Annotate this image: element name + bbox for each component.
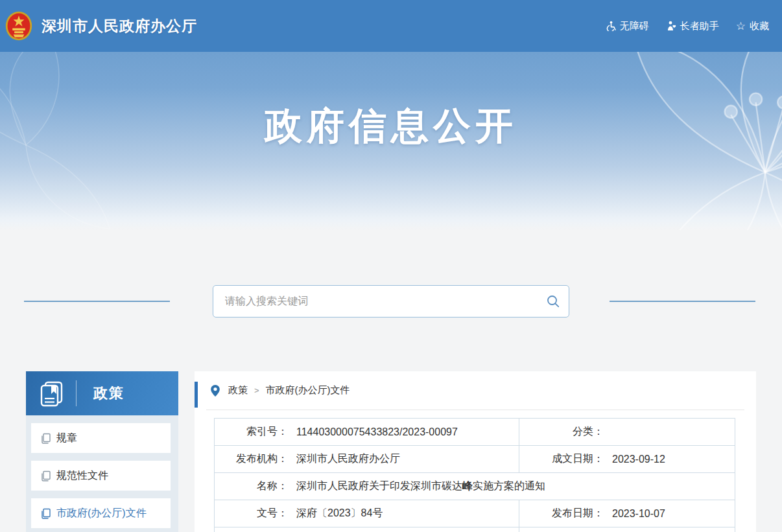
header-links: 无障碍 长者助手 ☆ 收藏 — [606, 20, 769, 32]
favorite-label: 收藏 — [750, 20, 769, 32]
main-content-card: 政策 > 市政府(办公厅)文件 索引号： 114403000075433823/… — [195, 371, 756, 532]
document-name-label: 名称： — [215, 480, 288, 493]
location-pin-icon — [210, 384, 220, 397]
elder-assist-link[interactable]: 长者助手 — [666, 20, 719, 32]
document-icon — [40, 470, 51, 481]
breadcrumb-accent-bar — [195, 382, 198, 408]
search-input[interactable] — [213, 286, 538, 317]
breadcrumb-separator: > — [254, 386, 259, 395]
search-section — [0, 230, 782, 371]
document-icon — [40, 433, 51, 444]
publish-date-value: 2023-10-07 — [612, 508, 665, 520]
search-row — [0, 285, 782, 318]
sidebar-item-regulations[interactable]: 规章 — [31, 423, 171, 453]
decorative-line-left — [24, 301, 170, 302]
search-button[interactable] — [538, 286, 569, 317]
table-row: 发布机构： 深圳市人民政府办公厅 成文日期： 2023-09-12 — [215, 446, 735, 473]
star-icon: ☆ — [736, 21, 746, 32]
breadcrumb-divider — [206, 410, 744, 410]
page-title: 政府信息公开 — [0, 52, 782, 152]
category-label: 分类： — [519, 425, 604, 439]
breadcrumb-root[interactable]: 政策 — [228, 384, 248, 397]
document-name-suffix: 实施方案的通知 — [473, 480, 545, 491]
document-name-value: 深圳市人民政府关于印发深圳市碳达峰实施方案的通知 — [296, 480, 545, 493]
breadcrumb: 政策 > 市政府(办公厅)文件 — [195, 371, 756, 410]
top-banner-area: 深圳市人民政府办公厅 无障碍 长者 — [0, 0, 782, 230]
search-box — [213, 285, 569, 318]
issuing-agency-label: 发布机构： — [215, 452, 288, 466]
index-number-value: 114403000075433823/2023-00097 — [296, 426, 458, 438]
issuing-agency-value: 深圳市人民政府办公厅 — [296, 452, 400, 466]
breadcrumb-current: 市政府(办公厅)文件 — [266, 384, 350, 397]
accessibility-label: 无障碍 — [620, 20, 649, 32]
publish-date-label: 发布日期： — [519, 507, 604, 520]
favorite-link[interactable]: ☆ 收藏 — [736, 20, 769, 32]
sidebar: 政策 规章 规范性文件 — [26, 371, 178, 532]
table-row: 文号： 深府〔2023〕84号 发布日期： 2023-10-07 — [215, 500, 735, 527]
sidebar-item-normative-documents[interactable]: 规范性文件 — [31, 461, 171, 491]
accessibility-link[interactable]: 无障碍 — [606, 20, 649, 32]
document-number-value: 深府〔2023〕84号 — [296, 507, 383, 520]
elder-assist-icon — [666, 21, 676, 31]
document-name-prefix: 深圳市人民政府关于印发深圳市碳达 — [296, 480, 462, 491]
accessibility-icon — [606, 21, 616, 31]
site-title: 深圳市人民政府办公厅 — [41, 16, 197, 36]
document-number-label: 文号： — [215, 507, 288, 520]
date-written-label: 成文日期： — [519, 452, 604, 466]
document-icon — [40, 508, 51, 519]
national-emblem-logo — [5, 11, 32, 41]
header-bar: 深圳市人民政府办公厅 无障碍 长者 — [0, 0, 782, 52]
table-row: 索引号： 114403000075433823/2023-00097 分类： — [215, 419, 735, 446]
elder-assist-label: 长者助手 — [680, 20, 719, 32]
search-icon — [546, 294, 560, 308]
sidebar-item-municipal-government-documents[interactable]: 市政府(办公厅)文件 — [31, 498, 171, 528]
sidebar-item-label: 规章 — [56, 432, 77, 445]
sidebar-title: 政策 — [93, 384, 124, 403]
sidebar-item-label: 规范性文件 — [56, 469, 108, 483]
book-icon — [37, 378, 67, 408]
sidebar-header: 政策 — [26, 371, 178, 415]
document-name-highlight: 峰 — [462, 480, 473, 491]
content-area: 政策 规章 规范性文件 — [26, 371, 756, 532]
table-row — [215, 527, 735, 532]
document-meta-table: 索引号： 114403000075433823/2023-00097 分类： 发… — [214, 418, 735, 532]
index-number-label: 索引号： — [215, 425, 288, 439]
site-brand[interactable]: 深圳市人民政府办公厅 — [5, 11, 197, 41]
decorative-line-right — [610, 301, 755, 302]
sidebar-item-label: 市政府(办公厅)文件 — [56, 507, 147, 520]
table-row: 名称： 深圳市人民政府关于印发深圳市碳达峰实施方案的通知 — [215, 473, 735, 500]
date-written-value: 2023-09-12 — [612, 454, 665, 465]
page: 深圳市人民政府办公厅 无障碍 长者 — [0, 0, 782, 532]
sidebar-header-divider — [76, 380, 77, 406]
